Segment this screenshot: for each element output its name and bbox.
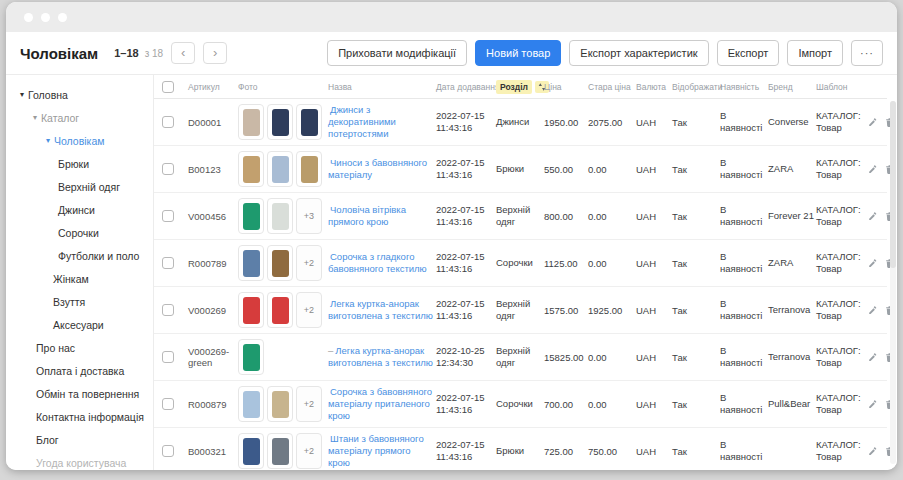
vertical-scrollbar[interactable]	[890, 101, 896, 464]
collapse-arrow-icon: ▾	[16, 90, 28, 99]
product-photo[interactable]	[238, 339, 264, 375]
new-product-button[interactable]: Новий товар	[475, 40, 561, 66]
sidebar-item-trousers[interactable]: Брюки	[6, 152, 153, 175]
column-header-display[interactable]: Відображати	[672, 82, 718, 92]
column-header-date[interactable]: Дата додавання	[436, 82, 494, 92]
sidebar-item-about-us[interactable]: Про нас	[6, 336, 153, 359]
sidebar-item-blog[interactable]: Блог	[6, 428, 153, 451]
product-photo[interactable]	[296, 104, 322, 140]
column-header-photo[interactable]: Фото	[238, 82, 326, 92]
row-checkbox[interactable]	[162, 304, 174, 316]
price-cell: 550.00	[544, 164, 586, 175]
window-control-dot[interactable]	[58, 13, 67, 22]
row-checkbox[interactable]	[162, 116, 174, 128]
display-cell: Так	[672, 117, 718, 128]
product-photo[interactable]	[238, 151, 264, 187]
sidebar-item-label: Угода користувача	[36, 457, 126, 469]
scrollbar-thumb[interactable]	[890, 101, 896, 268]
sidebar-item-user-agreement[interactable]: Угода користувача	[6, 451, 153, 470]
product-photo[interactable]	[267, 292, 293, 328]
export-button[interactable]: Експорт	[717, 40, 780, 66]
section-cell: Сорочки	[496, 257, 542, 269]
column-header-article[interactable]: Артикул	[188, 82, 236, 92]
product-photo[interactable]	[238, 198, 264, 234]
edit-icon[interactable]	[868, 257, 878, 270]
import-button[interactable]: Імпорт	[787, 40, 843, 66]
product-photo[interactable]	[267, 386, 293, 422]
sidebar-item-shoes[interactable]: Взуття	[6, 290, 153, 313]
column-header-name[interactable]: Назва	[328, 82, 434, 92]
product-photo[interactable]	[267, 151, 293, 187]
more-photos-badge[interactable]: +2	[296, 433, 322, 469]
row-checkbox[interactable]	[162, 445, 174, 457]
more-photos-badge[interactable]: +2	[296, 245, 322, 281]
column-header-template[interactable]: Шаблон	[816, 82, 866, 92]
column-header-section[interactable]: Розділ	[496, 80, 542, 94]
column-header-currency[interactable]: Валюта	[636, 82, 670, 92]
availability-cell: В наявності	[720, 439, 766, 463]
more-actions-button[interactable]: ···	[851, 40, 883, 66]
column-header-brand[interactable]: Бренд	[768, 82, 814, 92]
sidebar-item-jeans[interactable]: Джинси	[6, 198, 153, 221]
column-header-old_price[interactable]: Стара ціна	[588, 82, 634, 92]
sidebar-item-men[interactable]: ▾ Чоловікам	[6, 129, 153, 152]
product-name-link[interactable]: Сорочка з гладкого бавовняного текстилю	[328, 251, 427, 274]
edit-icon[interactable]	[868, 116, 878, 129]
product-photo[interactable]	[238, 386, 264, 422]
product-name-link[interactable]: Джинси з декоративними потертостями	[328, 104, 396, 139]
sidebar-item-tshirts-polo[interactable]: Футболки и поло	[6, 244, 153, 267]
export-characteristics-button[interactable]: Експорт характеристик	[569, 40, 708, 66]
edit-icon[interactable]	[868, 210, 878, 223]
product-photo[interactable]	[238, 433, 264, 469]
product-photo[interactable]	[238, 104, 264, 140]
more-photos-badge[interactable]: +2	[296, 386, 322, 422]
product-name-link[interactable]: Легка куртка-анорак виготовлена з тексти…	[328, 298, 433, 321]
sidebar-item-contact-info[interactable]: Контактна інформація	[6, 405, 153, 428]
product-name-link[interactable]: Чиноси з бавовняного матеріалу	[328, 157, 427, 180]
prev-page-button[interactable]: ‹	[171, 42, 195, 64]
product-photo[interactable]	[238, 292, 264, 328]
next-page-button[interactable]: ›	[203, 42, 227, 64]
brand-cell: Forever 21	[768, 210, 814, 222]
sidebar-item-home[interactable]: ▾ Головна	[6, 83, 153, 106]
product-name-link[interactable]: Легка куртка-анорак виготовлена з тексти…	[328, 345, 433, 368]
brand-cell: ZARA	[768, 163, 814, 175]
price-cell: 725.00	[544, 446, 586, 457]
product-photo[interactable]	[296, 151, 322, 187]
window-control-dot[interactable]	[41, 13, 50, 22]
hide-modifications-button[interactable]: Приховати модифікації	[327, 40, 467, 66]
column-header-availability[interactable]: Наявність	[720, 82, 766, 92]
sidebar-item-exchange-return[interactable]: Обмін та повернення	[6, 382, 153, 405]
product-name-link[interactable]: Чоловіча вітрівка прямого крою	[328, 204, 406, 227]
column-header-price[interactable]: Ціна	[544, 82, 586, 92]
edit-icon[interactable]	[868, 163, 878, 176]
sidebar-item-payment-delivery[interactable]: Оплата і доставка	[6, 359, 153, 382]
edit-icon[interactable]	[868, 398, 878, 411]
row-checkbox[interactable]	[162, 210, 174, 222]
product-photo[interactable]	[267, 245, 293, 281]
row-checkbox[interactable]	[162, 398, 174, 410]
row-checkbox[interactable]	[162, 257, 174, 269]
product-name-link[interactable]: Сорочка з бавовняного матеріалу притален…	[328, 386, 432, 421]
select-all-checkbox[interactable]	[162, 81, 174, 93]
product-photo[interactable]	[267, 433, 293, 469]
edit-icon[interactable]	[868, 304, 878, 317]
product-photo[interactable]	[267, 198, 293, 234]
name-cell: Джинси з декоративними потертостями	[328, 104, 434, 140]
sidebar-item-outerwear[interactable]: Верхній одяг	[6, 175, 153, 198]
sidebar-item-shirts[interactable]: Сорочки	[6, 221, 153, 244]
sidebar-item-accessories[interactable]: Аксесуари	[6, 313, 153, 336]
sidebar-item-women[interactable]: Жінкам	[6, 267, 153, 290]
more-photos-badge[interactable]: +2	[296, 292, 322, 328]
product-name-link[interactable]: Штани з бавовняного матеріалу прямого кр…	[328, 433, 424, 468]
product-photo[interactable]	[267, 104, 293, 140]
edit-icon[interactable]	[868, 351, 878, 364]
row-checkbox[interactable]	[162, 163, 174, 175]
more-photos-badge[interactable]: +3	[296, 198, 322, 234]
row-checkbox[interactable]	[162, 351, 174, 363]
sidebar-item-catalog[interactable]: ▾ Каталог	[6, 106, 153, 129]
product-photo[interactable]	[238, 245, 264, 281]
window-control-dot[interactable]	[24, 13, 33, 22]
edit-icon[interactable]	[868, 445, 878, 458]
article-cell: V000269-green	[188, 346, 236, 368]
